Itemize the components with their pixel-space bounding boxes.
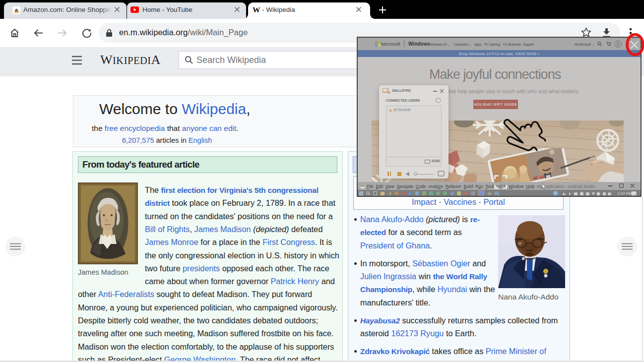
svg-text:a: a — [15, 7, 18, 13]
